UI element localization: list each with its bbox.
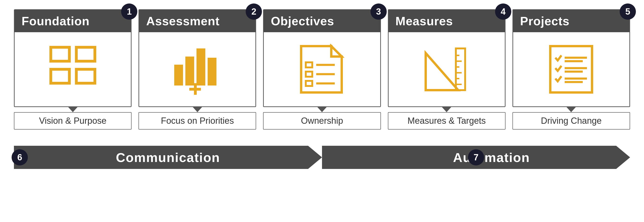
card-header-1: Foundation [14,10,131,32]
badge-2: 2 [246,3,262,20]
badge-6: 6 [12,149,28,166]
card-4: 4 Measures [388,9,506,107]
communication-section: 6 Communication [14,143,322,171]
card-label-2: Focus on Priorities [138,112,256,130]
card-chevron-2 [193,107,202,112]
card-chevron-5 [566,107,576,112]
card-header-4: Measures [388,10,505,32]
badge-7: 7 [468,149,484,166]
card-header-3: Objectives [264,10,380,32]
cards-row: 1 Foundation Vision & Purpose [14,9,630,130]
card-wrapper-2: 2 Assessment [138,9,256,130]
card-label-container-5: Driving Change [512,107,630,130]
card-chevron-1 [68,107,78,112]
card-chevron-3 [317,107,327,112]
card-label-5: Driving Change [512,112,630,130]
assessment-icon [172,44,223,95]
card-2: 2 Assessment [138,9,256,107]
card-1: 1 Foundation [14,9,132,107]
measures-icon [421,44,472,95]
badge-4: 4 [495,3,511,20]
card-body-3 [264,32,380,106]
automation-section: 7 Automation [322,143,630,171]
svg-rect-12 [306,81,312,86]
card-wrapper-1: 1 Foundation Vision & Purpose [14,9,132,130]
card-5: 5 Projects [512,9,630,107]
projects-icon [546,44,597,95]
card-body-5 [513,32,630,106]
svg-rect-11 [306,72,312,77]
svg-rect-2 [51,69,69,83]
card-wrapper-4: 4 Measures [388,9,506,130]
card-label-1: Vision & Purpose [14,112,132,130]
card-label-container-2: Focus on Priorities [138,107,256,130]
card-wrapper-3: 3 Objectives [263,9,381,130]
svg-rect-10 [306,62,312,67]
badge-5: 5 [620,3,636,20]
svg-rect-3 [76,69,95,83]
badge-3: 3 [370,3,387,20]
objectives-icon [296,44,348,95]
card-label-4: Measures & Targets [388,112,506,130]
card-label-3: Ownership [263,112,381,130]
svg-rect-6 [196,48,205,85]
card-body-4 [388,32,505,106]
card-body-2 [139,32,256,106]
card-header-5: Projects [513,10,630,32]
main-container: 1 Foundation Vision & Purpose [0,0,644,171]
badge-1: 1 [121,3,137,20]
svg-rect-0 [51,47,69,61]
svg-rect-5 [185,56,194,85]
card-label-container-1: Vision & Purpose [14,107,132,130]
card-label-container-3: Ownership [263,107,381,130]
card-chevron-4 [442,107,451,112]
svg-rect-1 [76,47,95,61]
svg-rect-9 [194,83,197,95]
card-wrapper-5: 5 Projects [512,9,630,130]
svg-rect-4 [174,65,183,85]
card-body-1 [14,32,131,106]
communication-label: Communication [116,150,220,165]
foundation-icon [47,44,98,95]
card-label-container-4: Measures & Targets [388,107,506,130]
bottom-row: 6 Communication 7 Automation [14,143,630,171]
card-header-2: Assessment [139,10,256,32]
card-3: 3 Objectives [263,9,381,107]
automation-label: Automation [453,150,530,165]
communication-arrow: Communication [14,146,322,169]
svg-rect-7 [208,58,216,85]
